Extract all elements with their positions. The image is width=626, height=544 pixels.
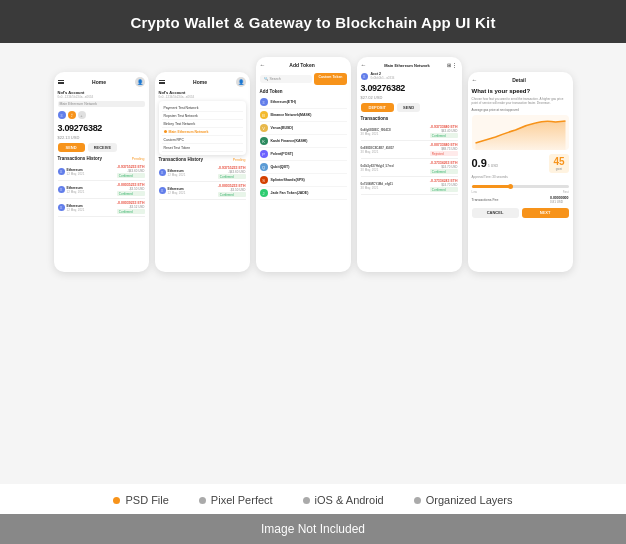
home2-tx2-date: 12 May, 2021	[168, 191, 186, 195]
avg-unit: 5 USD	[488, 164, 498, 168]
eth-tx3-date: 30 May, 2021	[361, 168, 394, 172]
eth-acct-row: Ξ Acct 2 0x0bb0b5...a0334	[361, 72, 458, 80]
detail-btn-row: CANCEL NEXT	[472, 208, 569, 218]
token-qubit[interactable]: Q Qubit(QBT)	[260, 161, 347, 174]
eth-acct-addr: 0x0bb0b5...a0334	[371, 76, 395, 80]
tx2-date: 12 May, 2021	[67, 190, 85, 194]
eth-icons: ⊞ ⋮	[447, 62, 457, 68]
cancel-btn[interactable]: CANCEL	[472, 208, 519, 218]
home2-title: Home	[193, 79, 207, 85]
fast-label: Fast	[563, 190, 569, 194]
token-sps-name: SplinterShards(SPS)	[271, 178, 305, 182]
token-jade[interactable]: J Jade Fan Token(JADE)	[260, 187, 347, 200]
add-controls: 🔍 Search Custom Token	[260, 73, 347, 85]
token-kashi-logo: K	[260, 137, 268, 145]
home1-receive-btn[interactable]: RECEIVE	[88, 143, 118, 152]
home1-send-btn[interactable]: SEND	[58, 143, 85, 152]
tx2-right: -0.00035233 ETH -$3.50 USD Confirmed	[117, 183, 145, 196]
menu-item-3[interactable]: Binkey Test Network	[162, 120, 243, 128]
next-btn[interactable]: NEXT	[522, 208, 569, 218]
token-jade-info: Jade Fan Token(JADE)	[271, 191, 309, 195]
home1-history-title: Transactions History	[58, 156, 103, 161]
eth-deposit-btn[interactable]: DEPOSIT	[361, 103, 395, 112]
token-jade-logo: J	[260, 189, 268, 197]
token-qubit-logo: Q	[260, 163, 268, 171]
home2-history-link[interactable]: Pending	[233, 158, 246, 162]
tx3-status: Confirmed	[117, 209, 145, 214]
token-venus-info: Venus(BUSD)	[271, 126, 294, 130]
eth-tx1: 0x4fg6858EC_f964C8 30 May, 2021 -0.93733…	[361, 123, 458, 141]
tx2-name: Ethereum	[67, 186, 85, 190]
token-bnb[interactable]: B Binance Network(MASK)	[260, 109, 347, 122]
eth-icon: Ξ	[58, 111, 66, 119]
tx-item-1: Ξ Ethereum 12 May, 2021 -0.93755233 ETH …	[58, 163, 145, 181]
phone-home2: Home 👤 Nof's Account 0x0...1234/5b234a..…	[155, 72, 250, 272]
token-kashi-name: Kashi Finance(KASHI)	[271, 139, 308, 143]
custom-token-btn[interactable]: Custom Token	[314, 73, 346, 85]
chart-svg	[472, 115, 569, 150]
ios-label: iOS & Android	[315, 494, 384, 506]
eth-tx2-right: -0.00733840 ETH $88.73 USD Rejected	[430, 143, 458, 156]
speed-slider[interactable]	[472, 185, 569, 188]
home1-network: Main Ethereum Network	[58, 101, 145, 107]
hamburger-icon[interactable]	[58, 80, 64, 84]
tx1-info: Ethereum 12 May, 2021	[67, 168, 85, 176]
tx3-date: 12 May, 2021	[67, 208, 85, 212]
phone-home2-inner: Home 👤 Nof's Account 0x0...1234/5b234a..…	[155, 72, 250, 272]
home1-avatar: 👤	[135, 77, 145, 87]
tx3-info: Ethereum 12 May, 2021	[67, 204, 85, 212]
eth-topbar: ← Main Ethereum Network ⊞ ⋮	[361, 62, 458, 68]
home1-crypto-icons: Ξ ₿ +	[58, 111, 145, 119]
detail-back-icon[interactable]: ←	[472, 77, 478, 83]
menu-item-4[interactable]: Main Ethereum Network	[162, 128, 243, 136]
token-sps[interactable]: S SplinterShards(SPS)	[260, 174, 347, 187]
footer-section: PSD File Pixel Perfect iOS & Android Org…	[0, 484, 626, 514]
back-arrow-icon[interactable]: ←	[260, 62, 266, 68]
home2-tx2-name: Ethereum	[168, 187, 186, 191]
page-title: Crypto Wallet & Gateway to Blockchain Ap…	[130, 14, 495, 31]
tx1-right: -0.93755233 ETH -$43.60 USD Confirmed	[117, 165, 145, 178]
features-row: PSD File Pixel Perfect iOS & Android Org…	[20, 494, 606, 506]
home1-btn-row: SEND RECEIVE	[58, 143, 145, 152]
tx1-name: Ethereum	[67, 168, 85, 172]
tx-fee-right: 0.00000000 0.81 USD	[550, 196, 569, 204]
eth-menu-icon[interactable]: ⋮	[452, 62, 457, 68]
eth-tx3-left: 0x5b3y637Hdyj4_57red 30 May, 2021	[361, 164, 394, 172]
add-token-icon[interactable]: +	[78, 111, 86, 119]
eth-tx3-status: Confirmed	[430, 169, 458, 174]
menu-item-5[interactable]: Custom RPC	[162, 136, 243, 144]
eth-acct-info: Acct 2 0x0bb0b5...a0334	[371, 72, 395, 80]
home1-history-link[interactable]: Pending	[132, 157, 145, 161]
slider-labels: Low Fast	[472, 190, 569, 194]
search-bar[interactable]: 🔍 Search	[260, 75, 313, 83]
home2-hamburger[interactable]	[159, 80, 165, 84]
layers-dot	[414, 497, 421, 504]
token-polent[interactable]: P Polent(POST)	[260, 148, 347, 161]
slider-handle[interactable]	[508, 184, 513, 189]
feature-layers: Organized Layers	[414, 494, 513, 506]
menu-item-1[interactable]: Payment Test Network	[162, 104, 243, 112]
token-bnb-name: Binance Network(MASK)	[271, 113, 312, 117]
token-sps-logo: S	[260, 176, 268, 184]
menu-item-6[interactable]: Reset Test Token	[162, 144, 243, 152]
token-kashi-info: Kashi Finance(KASHI)	[271, 139, 308, 143]
eth-tx2-date: 30 May, 2021	[361, 150, 395, 154]
ios-dot	[303, 497, 310, 504]
eth-tx2-left: 0x6983EC8C4B7_45857 30 May, 2021	[361, 146, 395, 154]
home2-tx2-icon: Ξ	[159, 187, 166, 194]
token-eth-logo: Ξ	[260, 98, 268, 106]
tx1-icon: Ξ	[58, 168, 65, 175]
home1-account-addr: 0x0...1234/5b234a...a0634	[58, 95, 145, 99]
token-venus[interactable]: V Venus(BUSD)	[260, 122, 347, 135]
eth-back-icon[interactable]: ←	[361, 62, 367, 68]
speed-question: What is your speed?	[472, 88, 569, 95]
eth-tx3-hash: 0x5b3y637Hdyj4_57red	[361, 164, 394, 168]
eth-tx3: 0x5b3y637Hdyj4_57red 30 May, 2021 -0.373…	[361, 159, 458, 177]
tx-fee-row: Transactions Fee 0.00000000 0.81 USD	[472, 196, 569, 204]
pixel-label: Pixel Perfect	[211, 494, 273, 506]
main-content: Home 👤 Nof's Account 0x0...1234/5b234a..…	[0, 43, 626, 474]
token-eth[interactable]: Ξ Ethereum(ETH)	[260, 96, 347, 109]
token-kashi[interactable]: K Kashi Finance(KASHI)	[260, 135, 347, 148]
menu-item-2[interactable]: Ropsten Test Network	[162, 112, 243, 120]
eth-send-btn[interactable]: SEND	[397, 103, 420, 112]
